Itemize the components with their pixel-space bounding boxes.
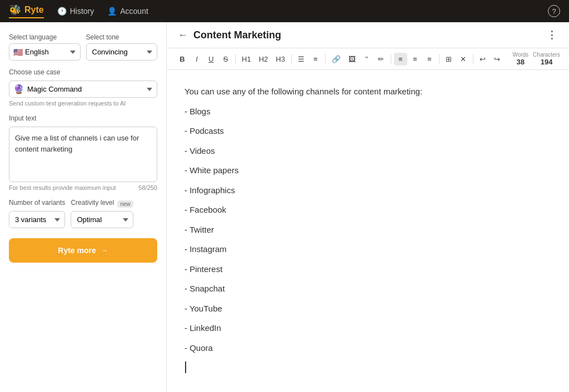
- nav-logo[interactable]: 🐝 Ryte: [9, 4, 44, 18]
- tone-label: Select tone: [86, 33, 158, 41]
- ryte-btn-label: Ryte more: [58, 246, 96, 255]
- language-group: Select language 🇺🇸 English Spanish Frenc…: [9, 33, 81, 61]
- link-button[interactable]: 🔗: [328, 53, 344, 66]
- nav-history[interactable]: 🕐 History: [57, 7, 94, 16]
- variants-select[interactable]: 3 variants 1 variant 2 variants 5 varian…: [9, 211, 65, 228]
- account-icon: 👤: [107, 7, 117, 16]
- align-right-button[interactable]: ≡: [423, 53, 436, 66]
- input-group: Input text Give me a list of channels i …: [9, 114, 157, 191]
- clear-format-button[interactable]: ✕: [457, 53, 470, 66]
- char-info: For best results provide maximum input 5…: [9, 184, 157, 191]
- chars-count: 194: [541, 58, 553, 66]
- more-options-button[interactable]: ⋮: [547, 29, 558, 41]
- image-button[interactable]: 🖼: [345, 53, 359, 66]
- toolbar-divider-4: [391, 54, 391, 64]
- toolbar-divider-3: [325, 54, 326, 64]
- variants-group: Number of variants 3 variants 1 variant …: [9, 199, 65, 228]
- words-count: 38: [517, 58, 525, 66]
- list-item: - Twitter: [184, 222, 551, 238]
- logo-icon: 🐝: [9, 4, 21, 16]
- variants-label: Number of variants: [9, 199, 65, 207]
- align-center-button[interactable]: ≡: [408, 53, 422, 66]
- redo-button[interactable]: ↪: [491, 53, 504, 66]
- creativity-label-row: Creativity level new: [71, 199, 133, 209]
- ryte-more-button[interactable]: Ryte more →: [9, 238, 157, 263]
- main-editor: ← Content Marketing ⋮ B I U S H1 H2 H3 ☰…: [167, 22, 569, 392]
- top-nav: 🐝 Ryte 🕐 History 👤 Account ?: [0, 0, 569, 22]
- list-item: - Snapchat: [184, 280, 551, 297]
- toolbar-divider-5: [439, 54, 440, 64]
- unordered-list-button[interactable]: ☰: [295, 53, 308, 66]
- list-item: - LinkedIn: [184, 320, 551, 336]
- ryte-btn-arrow: →: [101, 246, 108, 255]
- language-select[interactable]: English Spanish French: [9, 43, 81, 61]
- list-item: - Facebook: [184, 202, 551, 218]
- chars-label: Characters: [533, 52, 560, 58]
- language-select-wrapper: 🇺🇸 English Spanish French: [9, 43, 81, 61]
- text-cursor: [185, 361, 186, 373]
- history-label: History: [70, 7, 94, 16]
- h2-button[interactable]: H2: [256, 53, 272, 66]
- list-item: - YouTube: [184, 300, 551, 317]
- new-badge: new: [117, 200, 133, 208]
- highlight-button[interactable]: ✏: [375, 53, 388, 66]
- list-item: - Podcasts: [184, 123, 551, 139]
- align-left-button[interactable]: ≡: [394, 53, 407, 66]
- list-item: - Quora: [184, 340, 551, 356]
- creativity-label: Creativity level: [71, 199, 114, 207]
- input-label: Input text: [9, 114, 157, 122]
- use-case-select-wrapper: 🔮 Magic Command Blog Post Social Media: [9, 81, 157, 98]
- help-button[interactable]: ?: [548, 5, 560, 17]
- lang-tone-row: Select language 🇺🇸 English Spanish Frenc…: [9, 33, 157, 61]
- use-case-hint: Send custom text generation requests to …: [9, 100, 157, 107]
- creativity-select[interactable]: Optimal Low Medium High: [71, 211, 133, 228]
- list-item: - Infographics: [184, 182, 551, 199]
- use-case-label: Choose use case: [9, 68, 157, 76]
- use-case-group: Choose use case 🔮 Magic Command Blog Pos…: [9, 68, 157, 107]
- char-hint: For best results provide maximum input: [9, 184, 116, 191]
- h1-button[interactable]: H1: [238, 53, 254, 66]
- editor-header: ← Content Marketing ⋮: [167, 22, 569, 48]
- list-item: - Blogs: [184, 103, 551, 120]
- list-item: - Pinterest: [184, 261, 551, 278]
- list-item: - Instagram: [184, 241, 551, 258]
- chars-stat: Characters 194: [533, 52, 560, 66]
- sidebar: Select language 🇺🇸 English Spanish Frenc…: [0, 22, 167, 392]
- list-item: - Videos: [184, 143, 551, 159]
- strikethrough-button[interactable]: S: [219, 53, 232, 66]
- h3-button[interactable]: H3: [272, 53, 288, 66]
- language-label: Select language: [9, 33, 81, 41]
- toolbar-divider-2: [291, 54, 292, 64]
- tone-group: Select tone Convincing Formal Friendly I…: [86, 33, 158, 61]
- main-layout: Select language 🇺🇸 English Spanish Frenc…: [0, 22, 569, 392]
- editor-toolbar: B I U S H1 H2 H3 ☰ ≡ 🔗 🖼 " ✏ ≡ ≡ ≡ ⊞ ✕ ↩…: [167, 48, 569, 70]
- content-intro: You can use any of the following channel…: [184, 83, 551, 100]
- words-stat: Words 38: [512, 52, 528, 66]
- toolbar-stats: Words 38 Characters 194: [512, 52, 560, 66]
- nav-account[interactable]: 👤 Account: [107, 7, 148, 16]
- account-label: Account: [120, 7, 148, 16]
- quote-button[interactable]: ": [360, 53, 373, 66]
- history-icon: 🕐: [57, 7, 67, 16]
- logo-text: Ryte: [24, 5, 44, 15]
- undo-button[interactable]: ↩: [476, 53, 490, 66]
- toolbar-divider-6: [473, 54, 473, 64]
- input-textarea[interactable]: Give me a list of channels i can use for…: [9, 127, 157, 182]
- char-count: 58/250: [138, 184, 157, 191]
- list-item: - White papers: [184, 162, 551, 179]
- ordered-list-button[interactable]: ≡: [309, 53, 322, 66]
- toolbar-divider-1: [235, 54, 236, 64]
- italic-button[interactable]: I: [190, 53, 203, 66]
- words-label: Words: [512, 52, 528, 58]
- use-case-select[interactable]: Magic Command Blog Post Social Media: [9, 81, 157, 98]
- editor-title: Content Marketing: [193, 29, 541, 41]
- creativity-group: Creativity level new Optimal Low Medium …: [71, 199, 133, 228]
- content-list: - Blogs- Podcasts- Videos- White papers-…: [184, 103, 551, 356]
- editor-content[interactable]: You can use any of the following channel…: [167, 70, 569, 392]
- variants-row: Number of variants 3 variants 1 variant …: [9, 199, 157, 228]
- bold-button[interactable]: B: [176, 53, 189, 66]
- back-button[interactable]: ←: [178, 29, 188, 41]
- underline-button[interactable]: U: [204, 53, 218, 66]
- table-button[interactable]: ⊞: [442, 53, 456, 66]
- tone-select[interactable]: Convincing Formal Friendly Informative: [86, 43, 158, 61]
